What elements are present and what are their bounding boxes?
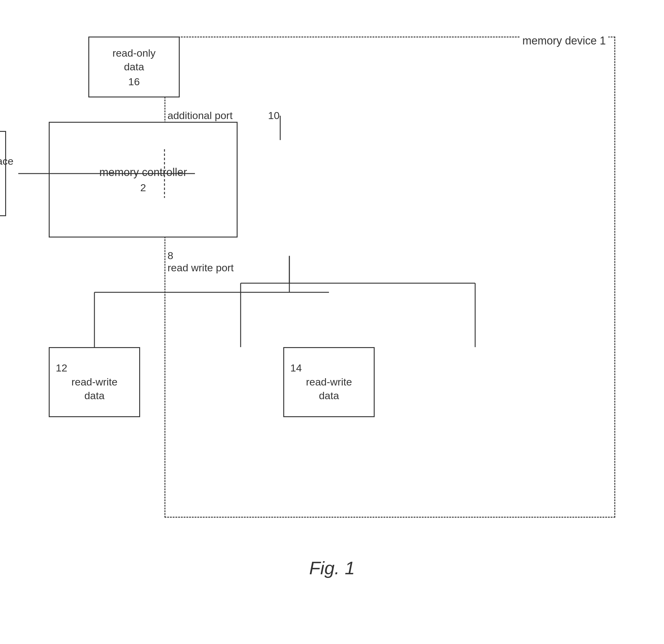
read-write-port-number: 8: [167, 250, 173, 261]
additional-port-label: additional port: [167, 110, 233, 122]
readwrite2-label: read-writedata: [306, 375, 352, 402]
readwrite2-box: 14 read-writedata: [283, 347, 375, 417]
figure-label: Fig. 1: [309, 558, 355, 579]
additional-port-number: 10: [268, 110, 279, 122]
readwrite1-label: read-writedata: [71, 375, 117, 402]
readwrite2-number: 14: [290, 362, 302, 374]
readonly-data-box: read-onlydata 16: [88, 37, 180, 98]
readonly-label: read-onlydata: [112, 46, 155, 73]
memory-controller-number: 2: [140, 182, 146, 194]
memory-controller-label: memory controller: [99, 166, 187, 179]
readwrite1-number: 12: [56, 362, 67, 374]
memory-device-border: memory device 1: [165, 37, 615, 518]
host-interface-label: host interface: [0, 155, 14, 167]
host-box: host 4: [0, 131, 6, 216]
read-write-port-label: read write port: [167, 262, 234, 274]
memory-device-label: memory device 1: [520, 35, 608, 47]
readonly-number: 16: [128, 76, 140, 88]
memory-controller-box: memory controller 2: [49, 122, 237, 237]
readwrite1-box: 12 read-writedata: [49, 347, 140, 417]
diagram-container: memory device 1 host 4 read-onlydata 16 …: [18, 18, 646, 597]
